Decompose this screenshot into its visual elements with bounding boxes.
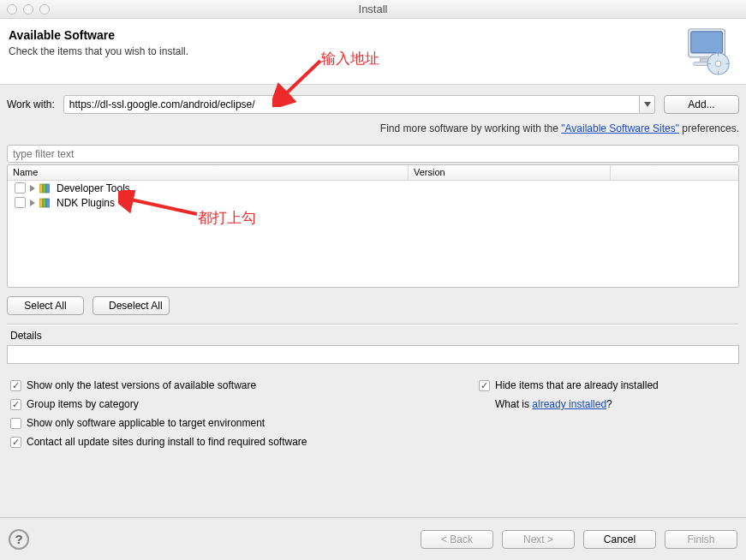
page-title: Available Software	[9, 28, 732, 42]
svg-rect-15	[39, 184, 43, 193]
available-software-sites-link[interactable]: "Available Software Sites"	[561, 122, 679, 134]
option-label: Hide items that are already installed	[495, 379, 659, 391]
deselect-all-button[interactable]: Deselect All	[93, 296, 170, 315]
options-section: Show only the latest versions of availab…	[0, 364, 746, 448]
options-left-column: Show only the latest versions of availab…	[10, 379, 479, 448]
option-group-by-category[interactable]: Group items by category	[10, 398, 479, 410]
dialog-header: Available Software Check the items that …	[0, 19, 746, 85]
install-icon	[683, 26, 735, 75]
svg-rect-20	[46, 199, 50, 207]
table-header-version[interactable]: Version	[409, 165, 611, 180]
details-box	[7, 345, 739, 364]
svg-point-5	[715, 61, 721, 67]
details-label: Details	[0, 325, 746, 345]
svg-marker-14	[644, 102, 651, 107]
cancel-button[interactable]: Cancel	[583, 530, 656, 549]
table-body: Developer Tools NDK Plugins	[8, 181, 738, 287]
option-latest-versions[interactable]: Show only the latest versions of availab…	[10, 379, 479, 391]
work-with-label: Work with:	[7, 98, 55, 110]
checkbox[interactable]	[10, 380, 21, 391]
whatis-suffix: ?	[606, 398, 612, 410]
row-checkbox[interactable]	[15, 197, 26, 208]
option-label: Show only software applicable to target …	[27, 417, 265, 429]
expand-icon[interactable]	[30, 200, 35, 206]
what-is-text: What is already installed?	[479, 398, 736, 410]
select-all-button[interactable]: Select All	[7, 296, 84, 315]
next-button[interactable]: Next >	[502, 530, 575, 549]
options-right-column: Hide items that are already installed Wh…	[479, 379, 736, 448]
work-with-dropdown-button[interactable]	[640, 95, 655, 114]
svg-rect-19	[43, 199, 46, 207]
table-row[interactable]: Developer Tools	[8, 181, 738, 195]
table-header: Name Version	[8, 165, 738, 181]
table-header-rest	[611, 165, 738, 180]
option-label: Show only the latest versions of availab…	[27, 379, 256, 391]
svg-rect-17	[46, 184, 50, 193]
find-more-prefix: Find more software by working with the	[380, 122, 561, 134]
whatis-prefix: What is	[495, 398, 532, 410]
nav-buttons: < Back Next > Cancel Finish	[421, 530, 737, 549]
work-with-row: Work with: Add...	[0, 85, 746, 114]
row-label: NDK Plugins	[57, 197, 115, 209]
option-label: Group items by category	[27, 398, 139, 410]
checkbox[interactable]	[10, 437, 21, 448]
checkbox[interactable]	[10, 399, 21, 410]
find-more-text: Find more software by working with the "…	[0, 114, 746, 143]
feature-group-icon	[39, 198, 52, 208]
already-installed-link[interactable]: already installed	[532, 398, 606, 410]
add-button[interactable]: Add...	[664, 95, 739, 114]
window-title: Install	[0, 3, 746, 15]
row-label: Developer Tools	[57, 182, 130, 194]
expand-icon[interactable]	[30, 185, 35, 192]
titlebar: Install	[0, 0, 746, 19]
svg-rect-1	[691, 32, 723, 53]
table-row[interactable]: NDK Plugins	[8, 195, 738, 210]
feature-group-icon	[39, 183, 52, 194]
chevron-down-icon	[644, 102, 651, 107]
work-with-input[interactable]	[63, 95, 640, 114]
option-label: Contact all update sites during install …	[27, 436, 307, 448]
table-header-name[interactable]: Name	[8, 165, 409, 180]
option-contact-update-sites[interactable]: Contact all update sites during install …	[10, 436, 479, 448]
select-buttons-row: Select All Deselect All	[0, 288, 746, 324]
option-target-environment[interactable]: Show only software applicable to target …	[10, 417, 479, 429]
bottom-bar: ? < Back Next > Cancel Finish	[0, 517, 746, 560]
checkbox[interactable]	[10, 418, 21, 429]
back-button[interactable]: < Back	[421, 530, 493, 549]
svg-rect-16	[43, 184, 46, 193]
software-table: Name Version Developer Tools NDK Plugins	[7, 164, 739, 288]
page-subtitle: Check the items that you wish to install…	[9, 45, 732, 57]
find-more-suffix: preferences.	[679, 122, 739, 134]
checkbox[interactable]	[479, 380, 490, 391]
row-checkbox[interactable]	[15, 182, 26, 194]
help-button[interactable]: ?	[9, 529, 29, 550]
option-hide-installed[interactable]: Hide items that are already installed	[479, 379, 736, 391]
svg-rect-18	[39, 199, 43, 207]
finish-button[interactable]: Finish	[665, 530, 737, 549]
filter-input[interactable]	[7, 145, 739, 163]
work-with-combo	[63, 95, 655, 114]
